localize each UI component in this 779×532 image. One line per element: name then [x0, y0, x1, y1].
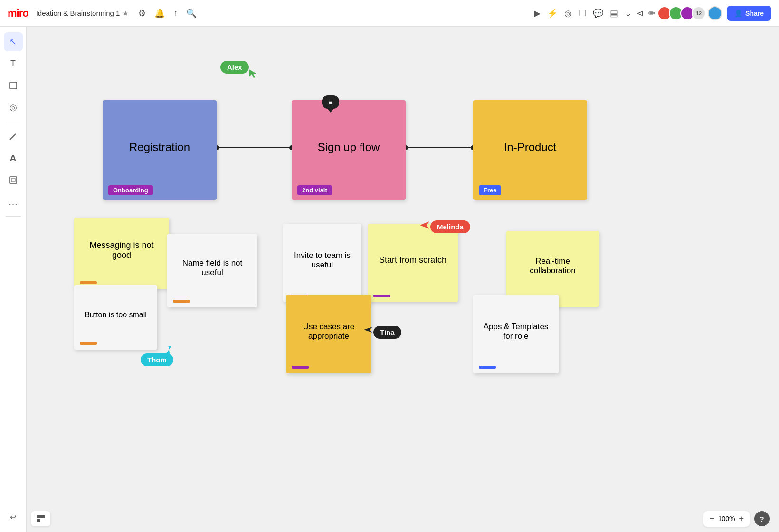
topbar-right: ▶ ⚡ ◎ ☐ 💬 ▤ ⌄ ⊲ ✏ 12 👤 Share	[534, 6, 771, 21]
signup-tag: 2nd visit	[297, 185, 332, 195]
board-toggle-button[interactable]	[31, 511, 50, 526]
comment-icon[interactable]: 💬	[593, 8, 603, 19]
inproduct-tag-text: Free	[484, 187, 496, 194]
button-text: Button is too small	[85, 311, 147, 319]
chat-icon: ≡	[329, 98, 332, 106]
sidebar: ↖ T ◎ A … ↩	[0, 27, 27, 532]
board-icon[interactable]: ▤	[610, 8, 618, 19]
share-button[interactable]: 👤 Share	[727, 6, 771, 21]
namefield-note[interactable]: Name field is not useful	[167, 234, 257, 307]
tina-label: Tina	[373, 326, 401, 339]
share-label: Share	[745, 10, 764, 17]
inproduct-tag: Free	[479, 185, 501, 195]
topbar-icons: ⚙ 🔔 ↑ 🔍	[138, 8, 197, 19]
board-title-area: Ideation & Brainstorming 1 ★	[36, 9, 129, 17]
bottombar: − 100% + ?	[27, 505, 779, 532]
share-icon: 👤	[734, 10, 742, 17]
apps-note[interactable]: Apps & Templates for role	[473, 295, 559, 373]
board-toggle-icon	[37, 515, 45, 522]
messaging-line	[80, 281, 97, 284]
svg-marker-10	[249, 69, 256, 78]
canvas: Registration Onboarding Sign up flow 2nd…	[27, 27, 779, 532]
undo-tool[interactable]: ↩	[4, 507, 23, 526]
inproduct-note[interactable]: In-Product Free	[473, 100, 587, 200]
scratch-line	[373, 294, 390, 297]
sidebar-divider-2	[6, 216, 21, 217]
share-upload-icon[interactable]: ↑	[173, 8, 178, 18]
melinda-label: Melinda	[430, 220, 470, 233]
current-user-avatar[interactable]	[708, 6, 722, 20]
scratch-text: Start from scratch	[379, 255, 446, 265]
sticky-tool[interactable]	[4, 76, 23, 95]
namefield-text: Name field is not useful	[173, 258, 252, 277]
zoom-control: − 100% +	[703, 511, 750, 527]
play-icon[interactable]: ▶	[534, 8, 541, 19]
zoom-in-button[interactable]: +	[739, 514, 744, 524]
messaging-text: Messaging is not good	[80, 240, 163, 260]
alex-label: Alex	[220, 61, 249, 74]
signup-tag-text: 2nd visit	[302, 187, 327, 194]
topbar: miro Ideation & Brainstorming 1 ★ ⚙ 🔔 ↑ …	[0, 0, 779, 27]
timer-icon[interactable]: ◎	[564, 8, 572, 19]
sidebar-divider	[6, 122, 21, 122]
more-icon[interactable]: ⌄	[625, 8, 632, 19]
avatar-count[interactable]: 12	[692, 6, 706, 20]
svg-line-1	[10, 134, 16, 140]
svg-marker-11	[420, 221, 429, 229]
registration-text: Registration	[129, 141, 190, 154]
help-button[interactable]: ?	[754, 511, 770, 526]
svg-marker-13	[364, 327, 372, 332]
registration-tag-text: Onboarding	[113, 187, 148, 194]
registration-note[interactable]: Registration Onboarding	[103, 100, 217, 200]
signup-note[interactable]: Sign up flow 2nd visit	[292, 100, 406, 200]
svg-rect-3	[11, 178, 15, 182]
button-note[interactable]: Button is too small	[74, 285, 157, 350]
invite-note[interactable]: Invite to team is useful	[283, 224, 361, 302]
apps-text: Apps & Templates for role	[479, 322, 553, 341]
font-tool[interactable]: A	[4, 149, 23, 168]
settings-icon[interactable]: ⚙	[138, 8, 146, 19]
frame-tool[interactable]	[4, 171, 23, 190]
thom-label: Thom	[141, 353, 173, 366]
shape-tool[interactable]: ◎	[4, 98, 23, 117]
draw-icon[interactable]: ✏	[648, 8, 656, 19]
alex-arrow	[249, 69, 258, 79]
usecases-text: Use cases are appropriate	[292, 322, 366, 341]
pen-tool[interactable]	[4, 127, 23, 146]
melinda-arrow	[420, 221, 429, 231]
star-icon[interactable]: ★	[123, 10, 129, 17]
zoom-out-button[interactable]: −	[709, 514, 714, 524]
svg-rect-2	[10, 177, 17, 183]
notification-icon[interactable]: 🔔	[154, 8, 165, 19]
topbar-right-icons: ▶ ⚡ ◎ ☐ 💬 ▤ ⌄	[534, 8, 632, 19]
zoom-level: 100%	[718, 515, 735, 522]
chat-bubble: ≡	[322, 95, 339, 109]
select-icon[interactable]: ⊲	[636, 8, 644, 19]
miro-logo: miro	[8, 7, 28, 19]
messaging-note[interactable]: Messaging is not good	[74, 218, 169, 289]
namefield-line	[173, 300, 190, 303]
tina-arrow	[364, 327, 372, 335]
apps-line	[479, 366, 496, 369]
avatar-group: 12	[660, 6, 706, 20]
svg-rect-15	[37, 519, 40, 522]
lightning-icon[interactable]: ⚡	[547, 8, 558, 19]
inproduct-text: In-Product	[504, 141, 557, 154]
cursor-tool[interactable]: ↖	[4, 32, 23, 51]
svg-rect-0	[10, 82, 17, 89]
svg-rect-14	[37, 515, 45, 518]
button-line	[80, 342, 97, 345]
text-tool[interactable]: T	[4, 54, 23, 73]
usecases-line	[292, 366, 309, 369]
usecases-note[interactable]: Use cases are appropriate	[286, 295, 371, 373]
frame-icon[interactable]: ☐	[579, 8, 586, 19]
board-title: Ideation & Brainstorming 1	[36, 9, 120, 17]
signup-text: Sign up flow	[318, 141, 380, 154]
search-icon[interactable]: 🔍	[186, 8, 197, 19]
scratch-note[interactable]: Start from scratch	[368, 224, 458, 302]
invite-text: Invite to team is useful	[289, 251, 356, 270]
more-tools[interactable]: …	[4, 192, 23, 211]
realtime-text: Real-time collaboration	[512, 256, 593, 276]
registration-tag: Onboarding	[108, 185, 153, 195]
